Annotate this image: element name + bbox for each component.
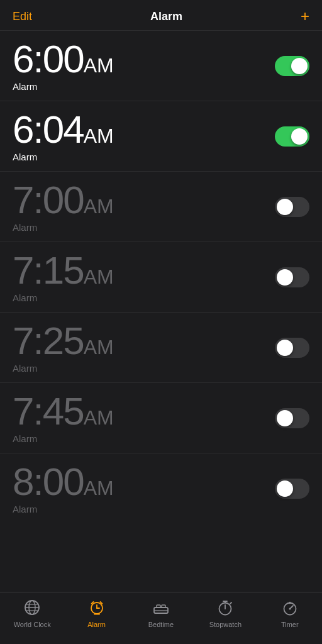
tab-bedtime-label: Bedtime (148, 621, 174, 628)
tab-stopwatch-label: Stopwatch (209, 621, 242, 628)
alarm-time: 8:00AM (13, 462, 114, 501)
stopwatch-icon (216, 599, 234, 619)
alarm-toggle[interactable] (275, 267, 309, 287)
alarm-label: Alarm (13, 433, 114, 444)
tab-world-clock[interactable]: World Clock (7, 599, 57, 628)
tab-stopwatch[interactable]: Stopwatch (200, 599, 250, 628)
alarm-item[interactable]: 7:45AMAlarm (0, 383, 322, 453)
alarm-label: Alarm (13, 222, 114, 233)
alarm-item[interactable]: 7:25AMAlarm (0, 313, 322, 383)
alarm-info: 6:04AMAlarm (13, 110, 114, 162)
alarm-item[interactable]: 6:00AMAlarm (0, 31, 322, 101)
alarm-item[interactable]: 8:00AMAlarm (0, 453, 322, 523)
svg-rect-13 (162, 605, 165, 608)
alarm-info: 7:45AMAlarm (13, 392, 114, 444)
alarm-toggle[interactable] (275, 56, 309, 76)
alarm-time: 6:04AM (13, 110, 114, 149)
alarm-item[interactable]: 7:15AMAlarm (0, 242, 322, 313)
edit-button[interactable]: Edit (13, 10, 32, 23)
alarm-label: Alarm (13, 292, 114, 303)
toggle-knob (277, 269, 293, 286)
tab-bar: World Clock Alarm Bedtime (0, 592, 322, 644)
add-alarm-button[interactable]: + (301, 9, 309, 24)
alarm-item[interactable]: 7:00AMAlarm (0, 172, 322, 242)
alarm-toggle[interactable] (275, 197, 309, 217)
alarm-info: 7:15AMAlarm (13, 251, 114, 303)
tab-alarm-label: Alarm (87, 621, 106, 628)
world-clock-icon (23, 599, 41, 619)
alarm-item[interactable]: 6:04AMAlarm (0, 101, 322, 172)
svg-line-19 (230, 602, 231, 604)
alarm-list: 6:00AMAlarm6:04AMAlarm7:00AMAlarm7:15AMA… (0, 31, 322, 585)
toggle-knob (277, 480, 293, 497)
alarm-toggle[interactable] (275, 408, 309, 428)
alarm-toggle[interactable] (275, 479, 309, 499)
alarm-info: 6:00AMAlarm (13, 40, 114, 92)
tab-world-clock-label: World Clock (14, 621, 51, 628)
page-title: Alarm (150, 10, 182, 23)
tab-timer-label: Timer (281, 621, 299, 628)
alarm-label: Alarm (13, 363, 114, 374)
svg-rect-12 (157, 605, 160, 608)
tab-bedtime[interactable]: Bedtime (136, 599, 186, 628)
alarm-toggle[interactable] (275, 126, 309, 147)
alarm-time: 7:00AM (13, 180, 114, 219)
tab-timer[interactable]: Timer (265, 599, 315, 628)
alarm-time: 7:15AM (13, 251, 114, 290)
alarm-label: Alarm (13, 81, 114, 92)
timer-icon (281, 599, 299, 619)
alarm-time: 7:45AM (13, 392, 114, 431)
alarm-info: 7:00AMAlarm (13, 180, 114, 233)
alarm-time: 7:25AM (13, 321, 114, 360)
alarm-label: Alarm (13, 152, 114, 162)
toggle-knob (291, 58, 308, 74)
toggle-knob (277, 410, 293, 426)
alarm-info: 8:00AMAlarm (13, 462, 114, 514)
bedtime-icon (152, 599, 170, 619)
toggle-knob (291, 128, 308, 145)
alarm-time: 6:00AM (13, 40, 114, 79)
svg-point-23 (289, 608, 291, 610)
app-header: Edit Alarm + (0, 0, 322, 31)
alarm-icon (88, 599, 106, 619)
alarm-info: 7:25AMAlarm (13, 321, 114, 374)
alarm-toggle[interactable] (275, 338, 309, 358)
alarm-label: Alarm (13, 504, 114, 514)
toggle-knob (277, 199, 293, 215)
tab-alarm[interactable]: Alarm (72, 599, 122, 628)
toggle-knob (277, 340, 293, 356)
